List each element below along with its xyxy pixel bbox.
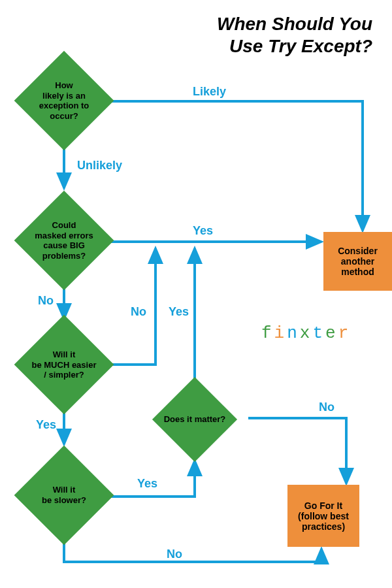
label-unlikely: Unlikely	[77, 159, 122, 172]
label-no-q2: No	[38, 294, 54, 308]
label-yes-q5: Yes	[169, 305, 189, 319]
q5-text: Does it matter?	[153, 414, 237, 425]
label-no-q3: No	[131, 305, 146, 319]
q2-text: Could masked errors cause BIG problems?	[14, 220, 113, 261]
label-yes-q2: Yes	[193, 224, 213, 238]
label-yes-q4: Yes	[137, 477, 157, 491]
label-yes-q3: Yes	[36, 418, 56, 432]
result-goforit: Go For It (follow best practices)	[287, 485, 359, 547]
decision-q3: Will it be MUCH easier / simpler?	[14, 315, 114, 415]
label-likely: Likely	[193, 85, 226, 99]
q3-text: Will it be MUCH easier / simpler?	[14, 350, 113, 380]
decision-q2: Could masked errors cause BIG problems?	[14, 191, 114, 291]
result-consider: Consider another method	[323, 232, 392, 291]
title-line2: Use Try Except?	[229, 36, 372, 56]
decision-q1: How likely is an exception to occur?	[14, 51, 114, 151]
decision-q4: Will it be slower?	[14, 446, 114, 546]
brand-logo: finxter	[261, 323, 351, 343]
title-line1: When Should You	[217, 14, 372, 34]
r2-text: Go For It (follow best practices)	[293, 500, 354, 532]
label-no-q5: No	[319, 400, 335, 414]
label-no-q4: No	[167, 547, 182, 561]
page-title: When Should You Use Try Except?	[217, 13, 372, 57]
decision-q5: Does it matter?	[152, 377, 237, 462]
q4-text: Will it be slower?	[14, 485, 113, 505]
q1-text: How likely is an exception to occur?	[14, 80, 113, 121]
r1-text: Consider another method	[329, 246, 387, 277]
